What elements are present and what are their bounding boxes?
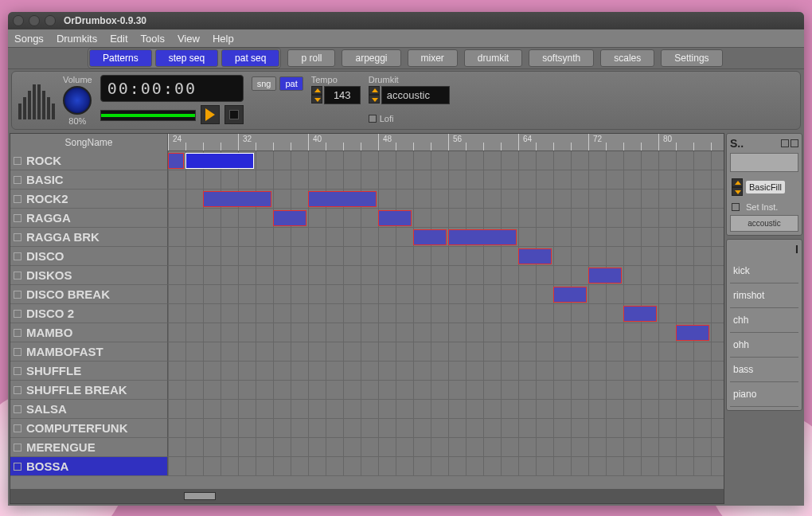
- track-mute-checkbox[interactable]: [14, 463, 21, 471]
- lofi-checkbox[interactable]: [369, 115, 377, 123]
- track-mute-checkbox[interactable]: [14, 272, 21, 280]
- instrument-item[interactable]: bass: [730, 358, 798, 382]
- track-mute-checkbox[interactable]: [14, 310, 21, 318]
- track-header[interactable]: DISCO BREAK: [10, 285, 168, 304]
- tab-step-seq[interactable]: step seq: [155, 49, 218, 67]
- volume-knob[interactable]: [63, 86, 92, 115]
- track-lane[interactable]: [168, 266, 724, 285]
- tab-drumkit[interactable]: drumkit: [464, 49, 522, 67]
- pattern-clip[interactable]: [185, 153, 254, 169]
- pattern-clip[interactable]: [588, 268, 622, 283]
- track-mute-checkbox[interactable]: [14, 195, 21, 203]
- collapse-icon[interactable]: [791, 139, 798, 147]
- track-mute-checkbox[interactable]: [14, 405, 21, 413]
- pattern-clip[interactable]: [378, 210, 412, 226]
- side-drumkit-button[interactable]: accoustic: [730, 215, 798, 232]
- track-row[interactable]: RAGGA: [10, 209, 724, 228]
- pattern-clip[interactable]: [518, 248, 552, 264]
- track-header[interactable]: ROCK: [10, 151, 168, 170]
- track-header[interactable]: DISKOS: [10, 266, 168, 285]
- pattern-clip[interactable]: [448, 229, 517, 245]
- play-button[interactable]: [201, 105, 220, 124]
- track-row[interactable]: SHUFFLE: [10, 362, 724, 381]
- instrument-item[interactable]: kick: [730, 259, 798, 283]
- tab-arpeggi[interactable]: arpeggi: [342, 49, 400, 67]
- track-row[interactable]: SALSA: [10, 400, 724, 419]
- drumkit-select[interactable]: accoustic: [381, 86, 450, 104]
- track-mute-checkbox[interactable]: [14, 233, 21, 241]
- track-row[interactable]: RAGGA BRK: [10, 228, 724, 247]
- track-lane[interactable]: [168, 419, 724, 438]
- track-row[interactable]: MAMBO: [10, 323, 724, 342]
- track-row[interactable]: SHUFFLE BREAK: [10, 381, 724, 400]
- scrollbar-thumb[interactable]: [184, 492, 216, 500]
- stop-button[interactable]: [224, 105, 244, 124]
- track-mute-checkbox[interactable]: [14, 176, 21, 184]
- tab-softsynth[interactable]: softsynth: [529, 49, 594, 67]
- track-header[interactable]: SHUFFLE BREAK: [10, 381, 168, 400]
- track-mute-checkbox[interactable]: [14, 367, 21, 375]
- track-lane[interactable]: [168, 209, 724, 228]
- track-header[interactable]: SALSA: [10, 400, 168, 419]
- track-row[interactable]: DISCO BREAK: [10, 285, 724, 304]
- track-lane[interactable]: [168, 228, 724, 247]
- minimize-icon[interactable]: [29, 15, 40, 26]
- track-lane[interactable]: [168, 381, 724, 400]
- track-lane[interactable]: [168, 457, 724, 476]
- progress-bar[interactable]: [100, 110, 196, 121]
- pattern-clip[interactable]: [203, 191, 271, 207]
- set-inst-checkbox[interactable]: [732, 203, 740, 211]
- pattern-clip[interactable]: [413, 229, 447, 245]
- track-header[interactable]: SHUFFLE: [10, 362, 168, 381]
- tempo-input[interactable]: [324, 86, 361, 104]
- pattern-clip[interactable]: [273, 210, 306, 226]
- pattern-mode-button[interactable]: pat: [279, 76, 303, 91]
- instrument-item[interactable]: piano: [730, 382, 798, 407]
- pattern-clip[interactable]: [168, 153, 184, 169]
- track-header[interactable]: DISCO: [10, 247, 168, 266]
- track-header[interactable]: COMPUTERFUNK: [10, 419, 168, 438]
- track-lane[interactable]: [168, 190, 724, 209]
- menu-tools[interactable]: Tools: [141, 33, 165, 45]
- track-header[interactable]: MERENGUE: [10, 438, 168, 457]
- track-row[interactable]: MERENGUE: [10, 438, 724, 457]
- menu-songs[interactable]: Songs: [14, 33, 44, 45]
- titlebar[interactable]: OrDrumbox-0.9.30: [8, 12, 804, 29]
- pattern-clip[interactable]: [676, 325, 709, 341]
- track-mute-checkbox[interactable]: [14, 424, 21, 432]
- track-mute-checkbox[interactable]: [14, 348, 21, 356]
- track-lane[interactable]: [168, 247, 724, 266]
- track-lane[interactable]: [168, 151, 724, 170]
- maximize-icon[interactable]: [45, 15, 56, 26]
- track-row[interactable]: BASIC: [10, 170, 724, 190]
- track-row[interactable]: COMPUTERFUNK: [10, 419, 724, 438]
- expand-icon[interactable]: [781, 139, 789, 147]
- track-header[interactable]: MAMBOFAST: [10, 342, 168, 362]
- track-lane[interactable]: [168, 438, 724, 457]
- track-mute-checkbox[interactable]: [14, 444, 21, 452]
- tab-scales[interactable]: scales: [600, 49, 654, 67]
- tab-p-roll[interactable]: p roll: [287, 49, 335, 67]
- instrument-item[interactable]: ohh: [730, 333, 798, 358]
- instrument-item[interactable]: rimshot: [730, 283, 798, 308]
- track-mute-checkbox[interactable]: [14, 291, 21, 299]
- track-row[interactable]: DISCO: [10, 247, 724, 266]
- track-mute-checkbox[interactable]: [14, 386, 21, 394]
- track-header[interactable]: BOSSA: [10, 457, 168, 476]
- pattern-stepper[interactable]: [732, 178, 743, 196]
- menu-help[interactable]: Help: [213, 33, 234, 45]
- pattern-search-input[interactable]: [730, 153, 798, 172]
- track-lane[interactable]: [168, 304, 724, 323]
- track-lane[interactable]: [168, 400, 724, 419]
- track-header[interactable]: RAGGA BRK: [10, 228, 168, 247]
- track-row[interactable]: MAMBOFAST: [10, 342, 724, 362]
- track-row[interactable]: DISCO 2: [10, 304, 724, 323]
- menu-edit[interactable]: Edit: [110, 33, 127, 45]
- track-lane[interactable]: [168, 362, 724, 381]
- menu-view[interactable]: View: [178, 33, 200, 45]
- track-header[interactable]: RAGGA: [10, 209, 168, 228]
- track-row[interactable]: ROCK2: [10, 190, 724, 209]
- close-icon[interactable]: [13, 15, 24, 26]
- pattern-clip[interactable]: [623, 306, 657, 322]
- song-mode-button[interactable]: sng: [252, 76, 277, 91]
